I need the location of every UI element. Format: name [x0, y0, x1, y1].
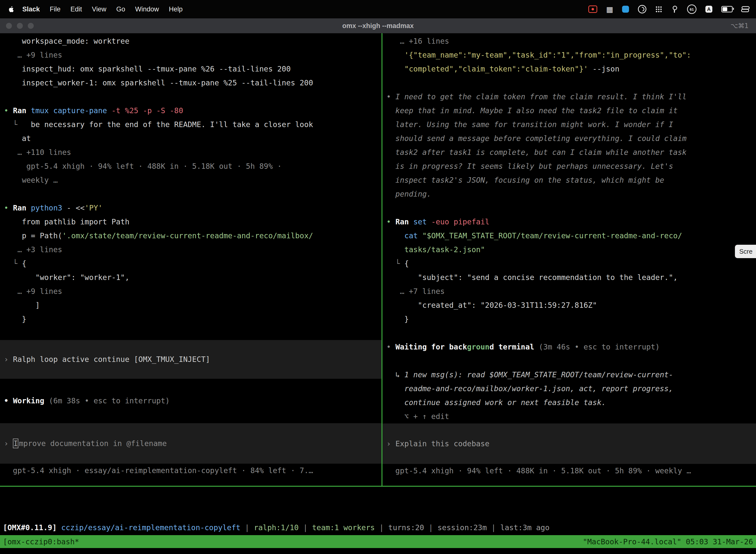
terminal-line — [4, 326, 381, 340]
prompt-suggestion-band[interactable]: › Ralph loop active continue [OMX_TMUX_I… — [0, 340, 381, 379]
menu-status-icons: ▦61A — [588, 4, 756, 14]
text-segment: "completed","claim_token":"claim-token"}… — [386, 64, 592, 73]
terminal-pane-right[interactable]: … +16 lines '{"team_name":"my-team","tas… — [382, 33, 756, 486]
text-segment: … +7 lines — [386, 287, 445, 296]
text-segment: '{"team_name":"my-team","task_id":"1","f… — [386, 51, 691, 59]
terminal-line: p = Path('.omx/state/team/review-current… — [4, 229, 381, 243]
text-segment: } — [4, 315, 26, 323]
text-segment: ↳ — [386, 370, 404, 379]
apple-menu[interactable] — [6, 5, 16, 13]
menu-left: SlackFileEditViewGoWindowHelp — [0, 5, 188, 13]
menu-bar: SlackFileEditViewGoWindowHelp ▦61A — [0, 0, 756, 18]
text-segment: inspect_hud: omx sparkshell --tmux-pane … — [4, 64, 291, 73]
screen: SlackFileEditViewGoWindowHelp ▦61A omx -… — [0, 0, 756, 554]
prompt-suggestion-band[interactable]: › Improve documentation in @filename — [0, 423, 381, 464]
menu-item-go[interactable]: Go — [111, 5, 130, 13]
menu-item-view[interactable]: View — [87, 5, 111, 13]
dots-grid-icon[interactable] — [655, 6, 662, 13]
menu-item-edit[interactable]: Edit — [65, 5, 87, 13]
terminal-line: } — [386, 312, 756, 326]
text-segment: Explain this codebase — [395, 439, 489, 448]
swirl-app-icon[interactable] — [638, 5, 646, 13]
terminal-line: tasks/task-2.json" — [386, 243, 756, 257]
omx-status-pane[interactable]: [OMX#0.11.9] cczip/essay/ai-reimplementa… — [0, 487, 756, 535]
minimize-button[interactable] — [17, 23, 23, 29]
terminal-line: from pathlib import Path — [4, 215, 381, 229]
text-segment — [386, 231, 404, 240]
text-segment: "created_at": "2026-03-31T11:59:27.816Z" — [386, 301, 597, 310]
text-segment — [534, 342, 539, 351]
text-segment: "subject": "send a concise recommendatio… — [386, 273, 678, 282]
key-icon[interactable] — [671, 5, 678, 13]
text-segment: • — [386, 342, 395, 351]
text-segment: is in progress? It seems likely but perh… — [386, 162, 673, 170]
text-segment: | — [487, 523, 500, 532]
text-segment: "$OMX_TEAM_STATE_ROOT/team/review-curren… — [422, 231, 682, 240]
terminal-line: inspect task2's JSON, focusing on the st… — [386, 173, 756, 187]
close-button[interactable] — [6, 23, 12, 29]
terminal-line: pending. — [386, 187, 756, 201]
text-segment: - << — [62, 204, 84, 212]
blue-app-icon[interactable] — [622, 6, 629, 13]
text-segment: pending. — [386, 189, 431, 198]
terminal-line — [4, 187, 381, 201]
text-segment: … +110 lines — [4, 148, 71, 157]
screen-record-icon[interactable] — [588, 5, 597, 13]
prompt-suggestion-band[interactable]: › Explain this codebase — [382, 424, 756, 464]
menu-item-window[interactable]: Window — [130, 5, 164, 13]
terminal-line: • Ran set -euo pipefail — [386, 215, 756, 229]
gap — [4, 408, 381, 423]
battery-percent-badge[interactable]: 61 — [687, 4, 696, 14]
text-segment: Ralph loop active continue [OMX_TMUX_INJ… — [13, 355, 210, 364]
terminal-line: • Ran python3 - <<'PY' — [4, 201, 381, 215]
terminal-line: ⌥ + ↑ edit — [386, 409, 756, 424]
text-segment: p = Path( — [4, 231, 62, 240]
text-segment: … +9 lines — [4, 51, 62, 59]
text-segment: • — [386, 217, 395, 226]
window-shortcut-hint: ⌥⌘1 — [731, 22, 756, 30]
terminal-line — [386, 354, 756, 368]
terminal-line: weekly … — [4, 173, 381, 187]
zoom-button[interactable] — [28, 23, 34, 29]
text-segment: tasks/task-2.json" — [386, 245, 485, 254]
text-segment: | — [375, 523, 388, 532]
terminal-line: } — [4, 312, 381, 326]
menu-item-help[interactable]: Help — [164, 5, 188, 13]
menu-item-slack[interactable]: Slack — [17, 5, 45, 13]
terminal-line: › Improve documentation in @filename — [4, 437, 167, 450]
terminal-line: › Explain this codebase — [386, 437, 489, 451]
tmux-status-bar: [omx-cczip0:bash* "MacBook-Pro-44.local"… — [0, 535, 756, 548]
terminal-line: task2 after task1 is complete, but can I… — [386, 146, 756, 159]
menu-item-file[interactable]: File — [45, 5, 66, 13]
text-segment: └ — [4, 120, 22, 129]
text-segment: '.omx/state/team/review-current-readme-a… — [62, 231, 313, 240]
terminal-pane-left[interactable]: workspace_mode: worktree … +9 lines insp… — [0, 33, 381, 486]
battery-icon[interactable] — [721, 6, 733, 12]
text-segment: ⌥ + ↑ edit — [386, 412, 449, 421]
text-segment: inspect_worker-1: omx sparkshell --tmux-… — [4, 78, 313, 87]
terminal-line: • Ran tmux capture-pane -t %25 -p -S -80 — [4, 104, 381, 118]
terminal-line: later. Using the same for transition mig… — [386, 118, 756, 131]
terminal-line: "completed","claim_token":"claim-token"}… — [386, 62, 756, 76]
text-segment: gpt-5.4 xhigh · 94% left · 488K in · 5.1… — [4, 162, 282, 170]
text-segment: mprove documentation in @filename — [19, 439, 167, 448]
terminal-line: "created_at": "2026-03-31T11:59:27.816Z" — [386, 298, 756, 312]
text-segment: groun — [467, 342, 489, 351]
terminal-line: … +3 lines — [4, 243, 381, 257]
terminal-line: workspace_mode: worktree — [4, 34, 381, 48]
text-segment — [427, 217, 431, 226]
text-segment: team:1 workers — [312, 523, 375, 532]
input-source-icon[interactable]: A — [705, 6, 712, 13]
tmux-host-clock: "MacBook-Pro-44.local" 05:03 31-Mar-26 — [583, 537, 753, 546]
control-center-icon[interactable] — [742, 6, 749, 12]
text-segment: cat — [404, 231, 422, 240]
menu-items: SlackFileEditViewGoWindowHelp — [17, 5, 188, 13]
text-segment: | — [240, 523, 254, 532]
window-grid-icon[interactable]: ▦ — [606, 5, 613, 14]
text-segment: turns:20 — [388, 523, 424, 532]
text-segment: … +9 lines — [4, 287, 62, 296]
terminal-line: › Ralph loop active continue [OMX_TMUX_I… — [4, 352, 210, 366]
gap — [4, 379, 381, 394]
text-segment: { — [404, 259, 409, 268]
screen-share-overlay[interactable]: Scre — [735, 245, 756, 258]
